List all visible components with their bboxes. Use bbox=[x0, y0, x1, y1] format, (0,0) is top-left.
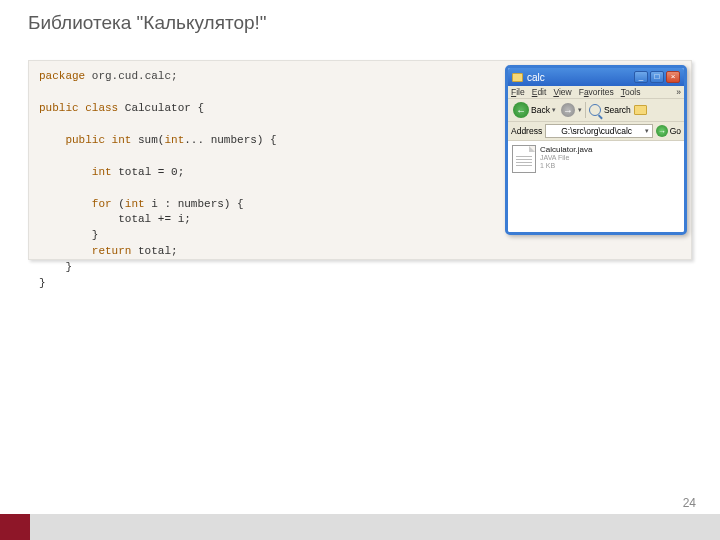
menu-favorites[interactable]: Favorites bbox=[579, 87, 614, 97]
go-arrow-icon: → bbox=[656, 125, 668, 137]
keyword-int: int bbox=[92, 166, 112, 178]
method-sig: sum( bbox=[131, 134, 164, 146]
window-title: calc bbox=[527, 72, 634, 83]
menu-tools[interactable]: Tools bbox=[621, 87, 641, 97]
back-label: Back bbox=[531, 105, 550, 115]
file-list-area[interactable]: Calculator.java JAVA File 1 KB bbox=[508, 141, 684, 232]
close-button[interactable]: × bbox=[666, 71, 680, 83]
brace-close: } bbox=[65, 261, 72, 273]
menu-edit[interactable]: Edit bbox=[532, 87, 547, 97]
explorer-window: calc _ □ × File Edit View Favorites Tool… bbox=[505, 65, 687, 235]
file-item[interactable]: Calculator.java JAVA File 1 KB bbox=[540, 145, 592, 170]
keyword-public: public bbox=[39, 102, 79, 114]
keyword-int: int bbox=[125, 198, 145, 210]
dropdown-arrow-icon: ▾ bbox=[552, 106, 556, 114]
for-rest: i : numbers) { bbox=[145, 198, 244, 210]
dropdown-arrow-icon: ▾ bbox=[645, 127, 649, 135]
loop-body: total += i; bbox=[118, 213, 191, 225]
back-arrow-icon: ← bbox=[513, 102, 529, 118]
keyword-public: public bbox=[65, 134, 105, 146]
search-icon[interactable] bbox=[589, 104, 601, 116]
menu-more[interactable]: » bbox=[676, 87, 681, 97]
file-size: 1 KB bbox=[540, 162, 592, 170]
class-name: Calculator { bbox=[118, 102, 204, 114]
forward-button[interactable]: → bbox=[561, 103, 575, 117]
address-path: G:\src\org\cud\calc bbox=[561, 126, 632, 136]
window-titlebar[interactable]: calc _ □ × bbox=[508, 68, 684, 86]
toolbar-separator bbox=[585, 102, 586, 118]
go-button[interactable]: → Go bbox=[656, 125, 681, 137]
maximize-button[interactable]: □ bbox=[650, 71, 664, 83]
minimize-button[interactable]: _ bbox=[634, 71, 648, 83]
brace-close: } bbox=[39, 277, 46, 289]
brace-close: } bbox=[92, 229, 99, 241]
go-label: Go bbox=[670, 126, 681, 136]
footer-bar bbox=[0, 514, 720, 540]
return-expr: total; bbox=[131, 245, 177, 257]
address-bar: Address G:\src\org\cud\calc ▾ → Go bbox=[508, 122, 684, 141]
folders-button[interactable] bbox=[634, 105, 647, 115]
menu-bar: File Edit View Favorites Tools » bbox=[508, 86, 684, 99]
keyword-int: int bbox=[105, 134, 131, 146]
address-input[interactable]: G:\src\org\cud\calc ▾ bbox=[545, 124, 652, 138]
method-sig-tail: ... numbers) { bbox=[184, 134, 276, 146]
file-type: JAVA File bbox=[540, 154, 592, 162]
search-label[interactable]: Search bbox=[604, 105, 631, 115]
folder-icon bbox=[549, 128, 558, 135]
menu-view[interactable]: View bbox=[553, 87, 571, 97]
folder-icon bbox=[512, 73, 523, 82]
window-buttons: _ □ × bbox=[634, 71, 680, 83]
address-label: Address bbox=[511, 126, 542, 136]
slide-title: Библиотека "Калькулятор!" bbox=[28, 12, 267, 34]
keyword-return: return bbox=[92, 245, 132, 257]
package-path: org.cud.calc; bbox=[85, 70, 177, 82]
for-open: ( bbox=[112, 198, 125, 210]
keyword-class: class bbox=[79, 102, 119, 114]
keyword-for: for bbox=[92, 198, 112, 210]
toolbar: ← Back ▾ → ▾ Search bbox=[508, 99, 684, 122]
keyword-int: int bbox=[164, 134, 184, 146]
var-decl: total = 0; bbox=[112, 166, 185, 178]
page-number: 24 bbox=[683, 496, 696, 510]
file-icon[interactable] bbox=[512, 145, 536, 173]
dropdown-arrow-icon: ▾ bbox=[578, 106, 582, 114]
menu-file[interactable]: File bbox=[511, 87, 525, 97]
footer-accent bbox=[0, 514, 30, 540]
keyword-package: package bbox=[39, 70, 85, 82]
back-button[interactable]: ← Back ▾ bbox=[511, 101, 558, 119]
file-name: Calculator.java bbox=[540, 145, 592, 154]
